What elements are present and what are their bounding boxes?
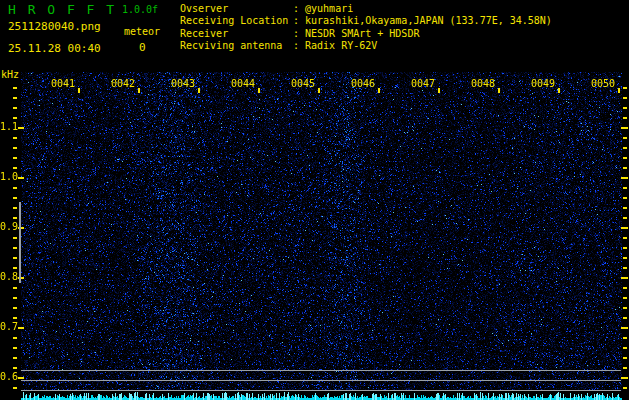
freq-minor-tick xyxy=(623,207,627,209)
freq-minor-tick xyxy=(623,197,627,199)
hrofft-output-window: H R O F F T 1.0.0f 2511280040.png meteor… xyxy=(0,0,629,400)
freq-minor-tick xyxy=(13,97,17,99)
axes-overlay: 1.11.00.90.80.70.60041004200430044004500… xyxy=(0,0,629,400)
freq-minor-tick xyxy=(623,297,627,299)
freq-minor-tick xyxy=(623,137,627,139)
freq-tick-label: 0.8 xyxy=(0,272,18,282)
freq-minor-tick xyxy=(623,357,627,359)
freq-minor-tick xyxy=(623,337,627,339)
freq-major-tick xyxy=(621,127,628,129)
freq-tick-label: 0.9 xyxy=(0,222,18,232)
freq-minor-tick xyxy=(623,217,627,219)
time-tick-label: 0044 xyxy=(231,79,255,89)
freq-minor-tick xyxy=(623,157,627,159)
freq-minor-tick xyxy=(13,207,17,209)
freq-minor-tick xyxy=(13,347,17,349)
freq-minor-tick xyxy=(623,367,627,369)
freq-minor-tick xyxy=(13,187,17,189)
time-tick-label: 0049 xyxy=(531,79,555,89)
freq-minor-tick xyxy=(13,257,17,259)
time-tick-label: 0042 xyxy=(111,79,135,89)
time-tick xyxy=(258,88,260,93)
freq-minor-tick xyxy=(13,387,17,389)
freq-minor-tick xyxy=(623,97,627,99)
freq-major-tick xyxy=(621,177,628,179)
freq-minor-tick xyxy=(13,237,17,239)
freq-minor-tick xyxy=(623,87,627,89)
freq-minor-tick xyxy=(623,237,627,239)
freq-major-tick xyxy=(18,377,24,379)
freq-minor-tick xyxy=(13,147,17,149)
freq-minor-tick xyxy=(13,317,17,319)
time-tick-label: 0048 xyxy=(471,79,495,89)
freq-minor-tick xyxy=(623,317,627,319)
time-tick xyxy=(138,88,140,93)
time-tick xyxy=(198,88,200,93)
freq-tick-label: 1.0 xyxy=(0,172,18,182)
time-tick-label: 0047 xyxy=(411,79,435,89)
freq-minor-tick xyxy=(13,267,17,269)
freq-minor-tick xyxy=(13,357,17,359)
freq-minor-tick xyxy=(13,157,17,159)
time-tick-label: 0041 xyxy=(51,79,75,89)
time-tick xyxy=(558,88,560,93)
freq-tick-label: 0.7 xyxy=(0,322,18,332)
freq-minor-tick xyxy=(13,337,17,339)
freq-minor-tick xyxy=(13,367,17,369)
time-tick xyxy=(78,88,80,93)
freq-minor-tick xyxy=(13,247,17,249)
freq-minor-tick xyxy=(623,167,627,169)
reference-line xyxy=(21,390,621,391)
time-tick-label: 0046 xyxy=(351,79,375,89)
freq-minor-tick xyxy=(13,117,17,119)
freq-major-tick xyxy=(621,227,628,229)
freq-major-tick xyxy=(18,127,24,129)
freq-minor-tick xyxy=(13,297,17,299)
freq-minor-tick xyxy=(13,217,17,219)
time-tick xyxy=(378,88,380,93)
freq-major-tick xyxy=(18,177,24,179)
freq-minor-tick xyxy=(623,307,627,309)
time-tick xyxy=(438,88,440,93)
left-edge-marker xyxy=(19,202,21,283)
freq-minor-tick xyxy=(13,87,17,89)
time-tick xyxy=(498,88,500,93)
freq-minor-tick xyxy=(13,107,17,109)
freq-minor-tick xyxy=(623,287,627,289)
freq-tick-label: 1.1 xyxy=(0,122,18,132)
freq-major-tick xyxy=(18,327,24,329)
freq-minor-tick xyxy=(623,347,627,349)
reference-line xyxy=(21,370,621,371)
time-tick-label: 0050 xyxy=(591,79,615,89)
freq-minor-tick xyxy=(13,137,17,139)
time-tick xyxy=(618,88,620,93)
freq-minor-tick xyxy=(623,147,627,149)
freq-minor-tick xyxy=(623,187,627,189)
freq-tick-label: 0.6 xyxy=(0,372,18,382)
time-tick-label: 0043 xyxy=(171,79,195,89)
freq-minor-tick xyxy=(623,247,627,249)
reference-line xyxy=(21,380,621,381)
freq-minor-tick xyxy=(13,287,17,289)
time-tick xyxy=(318,88,320,93)
freq-major-tick xyxy=(621,327,628,329)
time-tick-label: 0045 xyxy=(291,79,315,89)
freq-minor-tick xyxy=(623,387,627,389)
freq-minor-tick xyxy=(623,107,627,109)
freq-minor-tick xyxy=(623,267,627,269)
freq-minor-tick xyxy=(13,307,17,309)
freq-major-tick xyxy=(621,277,628,279)
freq-major-tick xyxy=(621,377,628,379)
freq-minor-tick xyxy=(623,257,627,259)
freq-minor-tick xyxy=(623,117,627,119)
freq-minor-tick xyxy=(13,197,17,199)
freq-minor-tick xyxy=(13,167,17,169)
